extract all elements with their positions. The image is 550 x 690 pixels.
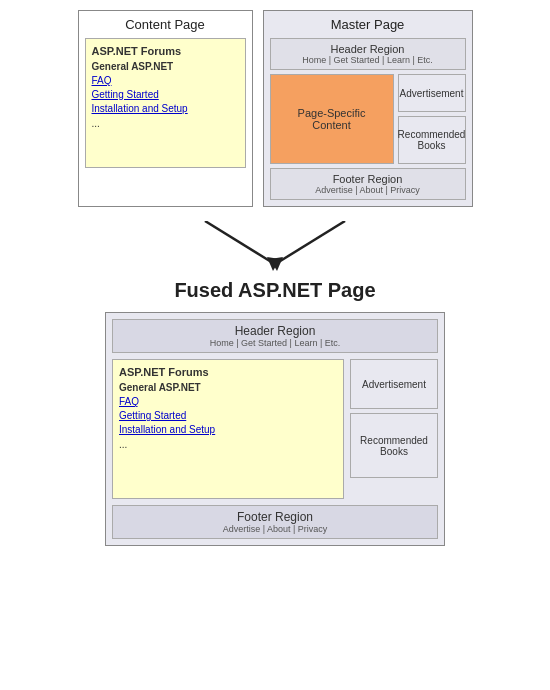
arrow-section <box>10 221 540 271</box>
master-page: Master Page Header Region Home | Get Sta… <box>263 10 473 207</box>
master-header-nav: Home | Get Started | Learn | Etc. <box>277 55 459 65</box>
content-page-title: Content Page <box>85 17 246 32</box>
fused-link-installation[interactable]: Installation and Setup <box>119 424 337 435</box>
fused-page: Header Region Home | Get Started | Learn… <box>105 312 445 546</box>
arrows-diagram <box>125 221 425 271</box>
content-link-faq[interactable]: FAQ <box>92 75 239 86</box>
content-forum-title: ASP.NET Forums <box>92 45 239 57</box>
fused-advertisement: Advertisement <box>350 359 438 409</box>
fused-link-faq[interactable]: FAQ <box>119 396 337 407</box>
svg-line-2 <box>277 221 345 263</box>
top-row: Content Page ASP.NET Forums General ASP.… <box>10 10 540 207</box>
fused-header-nav: Home | Get Started | Learn | Etc. <box>119 338 431 348</box>
content-page: Content Page ASP.NET Forums General ASP.… <box>78 10 253 207</box>
fused-link-getting-started[interactable]: Getting Started <box>119 410 337 421</box>
master-page-specific-content: Page-SpecificContent <box>270 74 394 164</box>
fused-page-title: Fused ASP.NET Page <box>10 279 540 302</box>
master-footer-label: Footer Region <box>277 173 459 185</box>
fused-footer-label: Footer Region <box>119 510 431 524</box>
content-link-getting-started[interactable]: Getting Started <box>92 89 239 100</box>
content-dots: ... <box>92 118 239 129</box>
master-footer-nav: Advertise | About | Privacy <box>277 185 459 195</box>
fused-right-col: Advertisement RecommendedBooks <box>350 359 438 499</box>
fused-middle: ASP.NET Forums General ASP.NET FAQ Getti… <box>112 359 438 499</box>
fused-header-label: Header Region <box>119 324 431 338</box>
fused-footer-nav: Advertise | About | Privacy <box>119 524 431 534</box>
fused-header-region: Header Region Home | Get Started | Learn… <box>112 319 438 353</box>
master-header-region: Header Region Home | Get Started | Learn… <box>270 38 466 70</box>
master-page-title: Master Page <box>270 17 466 32</box>
fused-recommended-books: RecommendedBooks <box>350 413 438 478</box>
svg-line-0 <box>205 221 273 263</box>
master-recommended-books: RecommendedBooks <box>398 116 466 164</box>
fused-footer-region: Footer Region Advertise | About | Privac… <box>112 505 438 539</box>
master-footer-region: Footer Region Advertise | About | Privac… <box>270 168 466 200</box>
fused-dots: ... <box>119 439 337 450</box>
content-link-installation[interactable]: Installation and Setup <box>92 103 239 114</box>
content-section-title: General ASP.NET <box>92 61 239 72</box>
master-right-col: Advertisement RecommendedBooks <box>398 74 466 164</box>
master-advertisement: Advertisement <box>398 74 466 112</box>
master-middle: Page-SpecificContent Advertisement Recom… <box>270 74 466 164</box>
main-container: Content Page ASP.NET Forums General ASP.… <box>0 0 550 556</box>
fused-content-col: ASP.NET Forums General ASP.NET FAQ Getti… <box>112 359 344 499</box>
fused-section-title: General ASP.NET <box>119 382 337 393</box>
content-page-inner: ASP.NET Forums General ASP.NET FAQ Getti… <box>85 38 246 168</box>
master-header-label: Header Region <box>277 43 459 55</box>
fused-forum-title: ASP.NET Forums <box>119 366 337 378</box>
